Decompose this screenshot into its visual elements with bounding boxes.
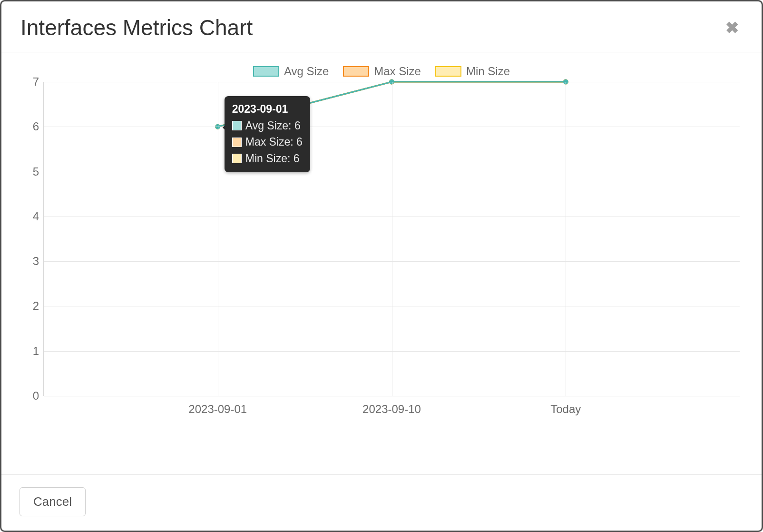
- y-tick-label: 6: [25, 120, 39, 133]
- tooltip-text-avg: Avg Size: 6: [245, 118, 301, 134]
- modal-footer: Cancel: [1, 474, 762, 531]
- tooltip-swatch-avg: [232, 121, 242, 130]
- legend-swatch-max: [343, 66, 369, 77]
- legend-swatch-avg: [253, 66, 279, 77]
- y-tick-label: 0: [25, 389, 39, 403]
- chart-tooltip: 2023-09-01 Avg Size: 6Max Size: 6Min Siz…: [225, 96, 310, 172]
- gridline: [44, 396, 740, 396]
- vgridline: [566, 82, 566, 396]
- y-tick-label: 3: [25, 255, 39, 268]
- tooltip-text-min: Min Size: 6: [245, 150, 300, 167]
- y-tick-label: 4: [25, 210, 39, 223]
- legend-label-avg: Avg Size: [284, 65, 329, 78]
- legend-item-min[interactable]: Min Size: [435, 65, 510, 78]
- x-tick-label: 2023-09-01: [188, 403, 247, 416]
- y-tick-label: 5: [25, 165, 39, 178]
- modal-dialog: Interfaces Metrics Chart ✖ Avg Size Max …: [0, 0, 763, 532]
- y-tick-label: 7: [25, 75, 39, 89]
- close-icon[interactable]: ✖: [722, 18, 743, 38]
- tooltip-row-avg: Avg Size: 6: [232, 118, 303, 134]
- legend-item-avg[interactable]: Avg Size: [253, 65, 329, 78]
- y-tick-label: 1: [25, 345, 39, 358]
- chart-area: Avg Size Max Size Min Size 2023-09-01 Av…: [19, 65, 744, 450]
- tooltip-swatch-max: [232, 138, 242, 147]
- cancel-button[interactable]: Cancel: [20, 487, 86, 516]
- tooltip-text-max: Max Size: 6: [245, 134, 303, 150]
- x-tick-label: 2023-09-10: [362, 403, 421, 416]
- vgridline: [392, 82, 392, 396]
- legend-swatch-min: [435, 66, 461, 77]
- chart-legend: Avg Size Max Size Min Size: [19, 65, 744, 78]
- tooltip-title: 2023-09-01: [232, 101, 303, 118]
- modal-title: Interfaces Metrics Chart: [20, 15, 253, 40]
- legend-label-min: Min Size: [466, 65, 510, 78]
- tooltip-row-max: Max Size: 6: [232, 134, 303, 150]
- chart-plot[interactable]: 2023-09-01 Avg Size: 6Max Size: 6Min Siz…: [43, 82, 740, 396]
- modal-header: Interfaces Metrics Chart ✖: [1, 1, 762, 52]
- legend-item-max[interactable]: Max Size: [343, 65, 421, 78]
- tooltip-row-min: Min Size: 6: [232, 150, 303, 167]
- legend-label-max: Max Size: [374, 65, 421, 78]
- x-tick-label: Today: [550, 403, 581, 416]
- y-tick-label: 2: [25, 299, 39, 313]
- tooltip-swatch-min: [232, 154, 242, 163]
- vgridline: [218, 82, 218, 396]
